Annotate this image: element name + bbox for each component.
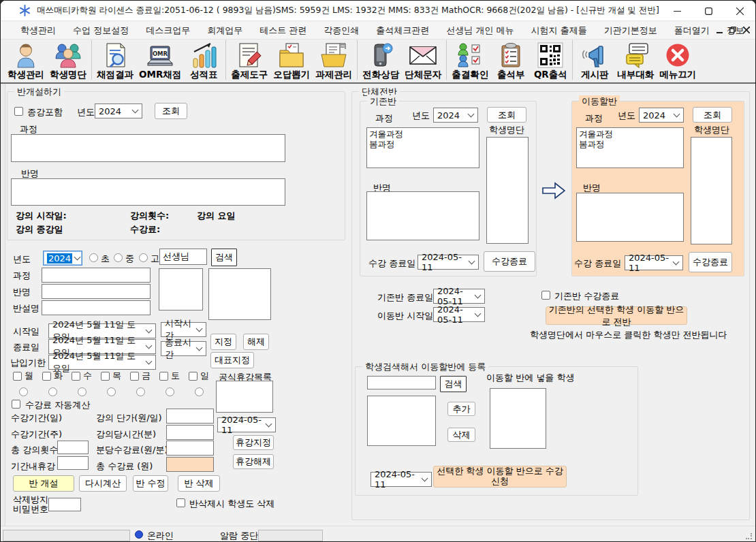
end-time-select[interactable]: 종료시간 xyxy=(161,341,206,356)
window-close-button[interactable] xyxy=(724,1,755,21)
search-result-listbox[interactable] xyxy=(367,396,436,446)
window-maximize-button[interactable] xyxy=(693,1,724,21)
form-class-desc-input[interactable] xyxy=(42,300,151,315)
toolbar-qr-attendance[interactable]: QR출석 xyxy=(531,39,570,81)
mdi-close-button[interactable] xyxy=(743,27,750,35)
total-lectures-input[interactable] xyxy=(57,441,89,454)
mdi-restore-button[interactable] xyxy=(729,27,736,35)
menu-item-exam-tools[interactable]: 시험지 출제들 xyxy=(525,22,593,39)
existing-class-end-select[interactable]: 2024-05-11 xyxy=(433,289,485,304)
weekday-mon-checkbox[interactable] xyxy=(13,372,22,381)
target-year-select[interactable]: 2024 xyxy=(639,108,684,123)
add-student-button[interactable]: 추가 xyxy=(447,402,475,416)
minutes-per-lecture-input[interactable] xyxy=(166,425,214,440)
dock-splitter[interactable] xyxy=(1,84,5,526)
holiday-assign-button[interactable]: 휴강지정 xyxy=(233,435,274,450)
form-class-listbox[interactable] xyxy=(208,268,271,320)
target-students-listbox[interactable] xyxy=(490,388,546,449)
weekday-sun-radio[interactable] xyxy=(195,387,204,396)
total-tuition-input[interactable] xyxy=(166,457,214,472)
toolbar-homework-mgmt[interactable]: 과제관리 xyxy=(313,39,355,81)
existing-end-date-select[interactable]: 2024-05-11 xyxy=(418,255,479,270)
form-course-input[interactable] xyxy=(42,268,151,283)
weekday-sun-checkbox[interactable] xyxy=(189,372,198,381)
create-class-button[interactable]: 반 개설 xyxy=(13,475,74,492)
menu-item-attendance-check[interactable]: 출석체크관련 xyxy=(370,22,435,39)
assign-button[interactable]: 지정 xyxy=(210,334,236,350)
form-search-button[interactable]: 검색 xyxy=(211,249,237,266)
toolbar-internal-chat[interactable]: 내부대화 xyxy=(614,39,657,81)
due-date-select[interactable]: 2024년 5월 11일 토요일 xyxy=(48,355,156,370)
holidays-in-period-input[interactable] xyxy=(57,456,89,470)
target-end-button[interactable]: 수강종료 xyxy=(689,252,732,272)
menu-item-accounting[interactable]: 회계업무 xyxy=(201,22,249,39)
target-roster-listbox[interactable] xyxy=(691,137,732,244)
list-item[interactable]: 봄과정 xyxy=(369,139,477,149)
weekday-thu-checkbox[interactable] xyxy=(101,372,110,381)
unit-price-input[interactable] xyxy=(166,409,214,424)
setup-course-textarea[interactable] xyxy=(11,134,285,162)
target-course-listbox[interactable]: 겨울과정 봄과정 xyxy=(576,127,684,168)
form-course-listbox[interactable] xyxy=(159,268,203,310)
existing-roster-listbox[interactable] xyxy=(486,137,529,244)
delete-students-checkbox[interactable] xyxy=(176,498,185,507)
holiday-date-select[interactable]: 2024-05-11 xyxy=(217,417,276,432)
menu-item-printing[interactable]: 각종인쇄 xyxy=(317,22,365,39)
toolbar-omr-grading[interactable]: OMR OMR채점 xyxy=(136,39,184,81)
list-item[interactable]: 겨울과정 xyxy=(579,129,681,139)
enroll-date-select[interactable]: 2024-05-11 xyxy=(371,472,432,487)
toolbar-report-card[interactable]: 성적표 xyxy=(184,39,223,81)
unassign-button[interactable]: 해제 xyxy=(243,334,269,350)
teacher-input[interactable] xyxy=(159,249,207,265)
include-ended-checkbox[interactable] xyxy=(14,107,23,116)
menu-item-desk-work[interactable]: 데스크업무 xyxy=(140,22,196,39)
toolbar-phone-consult[interactable]: 전화상담 xyxy=(360,39,402,81)
existing-year-select[interactable]: 2024 xyxy=(433,108,478,123)
window-minimize-button[interactable] xyxy=(661,1,693,21)
move-start-select[interactable]: 2024-05-11 xyxy=(433,307,485,322)
student-search-button[interactable]: 검색 xyxy=(440,376,467,392)
level-middle-radio[interactable] xyxy=(114,253,123,262)
recalc-button[interactable]: 다시계산 xyxy=(79,475,127,492)
menu-item-test-related[interactable]: 테스트 관련 xyxy=(253,22,313,39)
toolbar-student-roster[interactable]: 학생명단 xyxy=(47,39,89,81)
weekday-sat-checkbox[interactable] xyxy=(159,372,168,381)
weekday-sat-radio[interactable] xyxy=(166,387,174,396)
setup-query-button[interactable]: 조회 xyxy=(155,103,187,119)
rep-assign-button[interactable]: 대표지정 xyxy=(210,352,254,368)
form-year-select[interactable]: 2024 xyxy=(43,251,82,266)
weekday-wed-radio[interactable] xyxy=(78,387,86,396)
weekday-mon-radio[interactable] xyxy=(19,387,28,396)
toolbar-bulletin-board[interactable]: 게시판 xyxy=(575,39,614,81)
level-high-radio[interactable] xyxy=(139,253,148,262)
weekday-tue-radio[interactable] xyxy=(48,387,57,396)
weekday-thu-radio[interactable] xyxy=(107,387,116,396)
weekday-fri-radio[interactable] xyxy=(136,387,145,396)
resize-grip[interactable] xyxy=(746,533,753,540)
transfer-selected-button[interactable]: 기존반의 선택한 학생 이동할 반으로 전반 xyxy=(546,306,687,325)
student-search-input[interactable] xyxy=(367,376,436,389)
toolbar-authoring-tool[interactable]: 출제도구 xyxy=(228,39,270,81)
existing-class-listbox[interactable] xyxy=(366,191,479,240)
target-query-button[interactable]: 조회 xyxy=(693,107,732,123)
level-elementary-radio[interactable] xyxy=(89,253,98,262)
toolbar-group-sms[interactable]: 단체문자 xyxy=(402,39,444,81)
toolbar-menu-off[interactable]: 메뉴끄기 xyxy=(657,39,699,81)
delete-pw-input[interactable] xyxy=(48,498,81,511)
menu-item-student-mgmt[interactable]: 학생관리 xyxy=(14,22,62,39)
menu-item-lesson-settings[interactable]: 수업 정보설정 xyxy=(67,22,135,39)
existing-course-listbox[interactable]: 겨울과정 봄과정 xyxy=(366,127,479,168)
weekday-tue-checkbox[interactable] xyxy=(42,372,51,381)
auto-calc-checkbox[interactable] xyxy=(12,400,20,409)
weekday-wed-checkbox[interactable] xyxy=(72,372,80,381)
weekday-fri-checkbox[interactable] xyxy=(130,372,139,381)
menu-item-open-folder[interactable]: 폴더열기 xyxy=(668,22,716,39)
remove-student-button[interactable]: 삭제 xyxy=(447,428,475,442)
toolbar-attendance-book[interactable]: 출석부 xyxy=(491,39,531,81)
toolbar-attendance-confirm[interactable]: 출결확인 xyxy=(449,39,491,81)
enroll-selected-button[interactable]: 선택한 학생 이동할 반으로 수강신청 xyxy=(433,466,567,488)
menu-item-teacher-menu[interactable]: 선생님 개인 메뉴 xyxy=(440,22,520,39)
target-class-listbox[interactable] xyxy=(576,193,684,242)
form-class-input[interactable] xyxy=(42,284,151,299)
setup-year-select[interactable]: 2024 xyxy=(95,103,142,118)
